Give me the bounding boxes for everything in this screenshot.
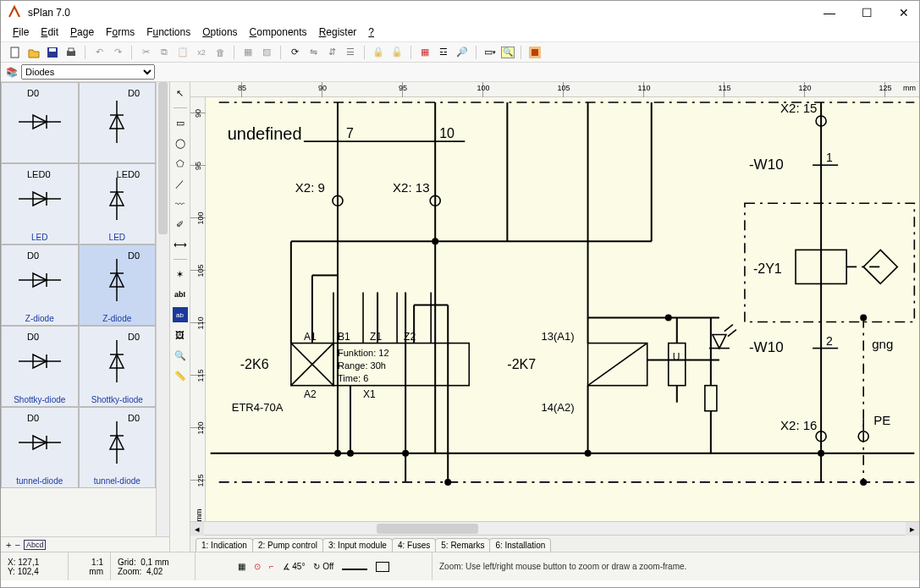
svg-text:A2: A2 <box>304 388 317 400</box>
textlabel-tool-icon[interactable]: ab <box>173 307 188 322</box>
page-tab[interactable]: 2: Pump control <box>252 538 323 552</box>
copy-icon[interactable]: ⧉ <box>157 45 172 60</box>
footer-abcd[interactable]: Abcd <box>24 540 47 550</box>
grid-icon[interactable]: ▦ <box>417 45 432 60</box>
save-icon[interactable] <box>45 45 60 60</box>
schematic-canvas[interactable]: undefined710X2: 9X2: 13-2K6ETR4-70AA1A2B… <box>206 97 919 521</box>
maximize-button[interactable]: ☐ <box>858 6 875 19</box>
svg-text:1: 1 <box>826 151 833 164</box>
svg-rect-6 <box>532 49 538 56</box>
menu-components[interactable]: Components <box>250 26 307 38</box>
zoom-tool-icon[interactable]: 🔍 <box>173 348 188 363</box>
new-icon[interactable] <box>8 45 23 60</box>
library-item[interactable]: LED0LED <box>1 163 79 245</box>
svg-text:-2Y1: -2Y1 <box>753 261 782 276</box>
rotate-icon[interactable]: ⟳ <box>287 45 302 60</box>
freehand-tool-icon[interactable]: ✐ <box>173 217 188 232</box>
menu-page[interactable]: Page <box>70 26 94 38</box>
menu-edit[interactable]: Edit <box>41 26 58 38</box>
paste-icon[interactable]: 📋 <box>175 45 190 60</box>
delete-icon[interactable]: 🗑 <box>212 45 228 60</box>
library-item[interactable]: D0 <box>79 82 157 163</box>
close-button[interactable]: ✕ <box>895 6 912 19</box>
cursor-tool-icon[interactable]: ↖ <box>173 85 188 101</box>
unlock-icon[interactable]: 🔓 <box>389 45 405 60</box>
poly-tool-icon[interactable]: ⬠ <box>173 156 188 171</box>
library-item[interactable]: D0Z-diode <box>1 245 79 326</box>
page-tab[interactable]: 6: Installation <box>489 538 551 552</box>
zoom-fit-icon[interactable]: 🔍 <box>501 47 515 58</box>
dimension-tool-icon[interactable]: ⟷ <box>173 237 188 252</box>
fill-swatch[interactable] <box>376 562 389 572</box>
tool-column: ↖ ▭ ◯ ⬠ ／ 〰 ✐ ⟷ ✶ abI ab 🖼 🔍 📏 <box>170 82 190 552</box>
svg-point-87 <box>347 450 354 457</box>
status-x: X: 127,1 <box>8 558 61 567</box>
library-bar: 📚 Diodes <box>1 63 919 82</box>
library-item[interactable]: D0Z-diode <box>79 245 157 326</box>
group-icon[interactable]: ▦ <box>240 45 256 60</box>
rubber-off[interactable]: ↻ Off <box>313 562 333 571</box>
canvas-hscroll[interactable]: ◂▸ <box>190 521 919 535</box>
menu-register[interactable]: Register <box>319 26 357 38</box>
duplicate-icon[interactable]: x2 <box>194 45 209 60</box>
redo-icon[interactable]: ↷ <box>110 45 125 60</box>
text-tool-icon[interactable]: abI <box>173 287 188 302</box>
page-tab[interactable]: 1: Indication <box>196 538 253 552</box>
svg-text:PE: PE <box>873 413 890 427</box>
mirror-v-icon[interactable]: ⇵ <box>324 45 339 60</box>
menu-forms[interactable]: Forms <box>106 26 135 38</box>
svg-point-83 <box>444 479 451 486</box>
library-item[interactable]: D0Shottky-diode <box>79 326 157 407</box>
menu-file[interactable]: File <box>13 26 29 38</box>
linewidth-swatch[interactable] <box>342 569 367 570</box>
page-tab[interactable]: 3: Input module <box>322 538 393 552</box>
library-select[interactable]: Diodes <box>21 64 155 80</box>
component-library: D0D0LED0LEDLED0LEDD0Z-diodeD0Z-diodeD0Sh… <box>1 82 170 552</box>
corner-icon[interactable]: ⌐ <box>269 562 274 571</box>
layers-icon[interactable]: ▭▾ <box>482 45 498 60</box>
svg-line-109 <box>728 330 736 337</box>
cut-icon[interactable]: ✂ <box>138 45 153 60</box>
line-tool-icon[interactable]: ／ <box>173 176 188 191</box>
minimize-button[interactable]: ― <box>821 6 838 19</box>
footer-minus[interactable]: − <box>14 540 19 550</box>
footer-plus[interactable]: + <box>6 540 11 550</box>
list-icon[interactable]: ☲ <box>436 45 451 60</box>
print-icon[interactable] <box>63 45 79 60</box>
menu-help[interactable]: ? <box>368 26 374 38</box>
lock-icon[interactable]: 🔒 <box>371 45 386 60</box>
mirror-h-icon[interactable]: ⇋ <box>306 45 321 60</box>
library-item[interactable]: D0tunnel-diode <box>1 407 79 488</box>
svg-text:7: 7 <box>346 125 354 140</box>
library-item[interactable]: D0Shottky-diode <box>1 326 79 407</box>
svg-text:X2: 13: X2: 13 <box>393 180 429 195</box>
snapgrid-icon[interactable]: ▦ <box>238 562 245 571</box>
extra-icon[interactable] <box>527 45 543 60</box>
rect-tool-icon[interactable]: ▭ <box>173 115 188 130</box>
search-icon[interactable]: 🔎 <box>454 45 470 60</box>
page-tab[interactable]: 5: Remarks <box>435 538 490 552</box>
library-scrollbar[interactable] <box>156 82 169 536</box>
undo-icon[interactable]: ↶ <box>91 45 107 60</box>
library-item[interactable]: D0tunnel-diode <box>79 407 157 488</box>
align-icon[interactable]: ☰ <box>343 45 358 60</box>
ungroup-icon[interactable]: ▨ <box>259 45 274 60</box>
bezier-tool-icon[interactable]: 〰 <box>173 196 188 212</box>
page-tab[interactable]: 4: Fuses <box>392 538 436 552</box>
circle-tool-icon[interactable]: ◯ <box>173 135 188 151</box>
node-tool-icon[interactable]: ✶ <box>173 267 188 282</box>
open-icon[interactable] <box>26 45 41 60</box>
svg-text:13(A1): 13(A1) <box>541 330 574 343</box>
status-y: Y: 102,4 <box>8 567 61 576</box>
library-item[interactable]: D0 <box>1 82 79 163</box>
angle-icon[interactable]: ∡ 45° <box>283 562 306 571</box>
menu-bar: File Edit Page Forms Functions Options C… <box>1 25 919 42</box>
magnet-icon[interactable]: ⊙ <box>254 562 261 571</box>
svg-text:14(A2): 14(A2) <box>541 401 574 414</box>
menu-options[interactable]: Options <box>202 26 237 38</box>
main-toolbar: ↶ ↷ ✂ ⧉ 📋 x2 🗑 ▦ ▨ ⟳ ⇋ ⇵ ☰ 🔒 🔓 ▦ ☲ 🔎 ▭▾ … <box>1 42 919 63</box>
image-tool-icon[interactable]: 🖼 <box>173 327 188 343</box>
menu-functions[interactable]: Functions <box>146 26 190 38</box>
measure-tool-icon[interactable]: 📏 <box>173 368 188 383</box>
library-item[interactable]: LED0LED <box>79 163 157 245</box>
